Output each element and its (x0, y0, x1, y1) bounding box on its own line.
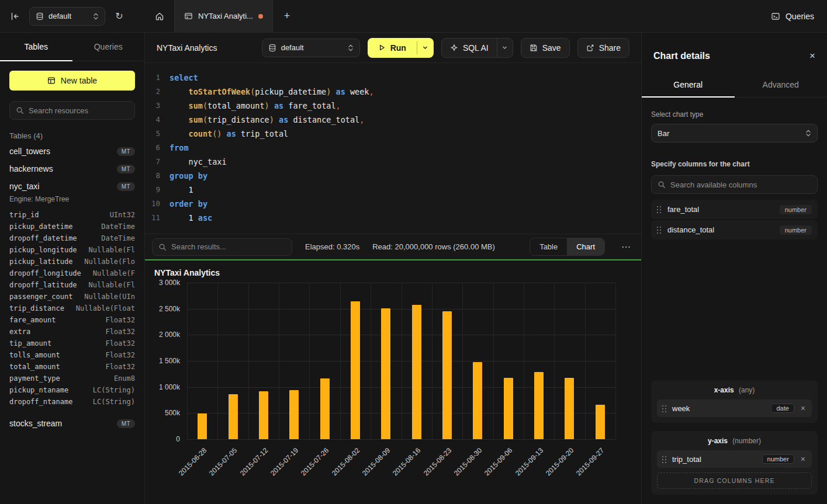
column-type: Nullable(Fl (89, 246, 135, 254)
collapse-sidebar-button[interactable] (7, 8, 23, 25)
table-item-cell-towers[interactable]: cell_towers MT (0, 142, 144, 160)
column-name: fare_amount (9, 316, 56, 324)
code-line[interactable]: 6from (145, 141, 641, 155)
y-axis-chip-trip-total[interactable]: trip_total number × (657, 450, 812, 468)
queries-button[interactable]: Queries (771, 12, 814, 21)
close-panel-button[interactable]: × (809, 50, 815, 62)
column-name: pickup_latitude (9, 258, 72, 266)
line-number: 8 (145, 169, 169, 183)
schema-column[interactable]: trip_distanceNullable(Float (0, 303, 144, 314)
chart-bar[interactable] (229, 394, 238, 439)
available-column-distance_total[interactable]: distance_totalnumber (651, 220, 818, 239)
drag-handle-icon[interactable] (662, 405, 667, 412)
database-selector[interactable]: default (29, 7, 105, 26)
chip-type-badge: date (771, 404, 794, 413)
chart-bar[interactable] (381, 308, 390, 439)
code-line[interactable]: 9 1 (145, 183, 641, 197)
view-toggle-table[interactable]: Table (530, 238, 567, 255)
schema-column[interactable]: pickup_datetimeDateTime (0, 221, 144, 232)
schema-column[interactable]: payment_typeEnum8 (0, 373, 144, 384)
table-item-hackernews[interactable]: hackernews MT (0, 160, 144, 178)
chart-bar[interactable] (504, 378, 513, 439)
schema-column[interactable]: pickup_longitudeNullable(Fl (0, 244, 144, 256)
schema-column[interactable]: tip_amountFloat32 (0, 338, 144, 349)
chart-type-select[interactable]: Bar (651, 124, 818, 142)
available-column-fare_total[interactable]: fare_totalnumber (651, 200, 818, 219)
code-line[interactable]: 4 sum(trip_distance) as distance_total, (145, 113, 641, 127)
chart-bar[interactable] (198, 413, 207, 439)
chart-bar[interactable] (596, 405, 605, 439)
schema-column[interactable]: fare_amountFloat32 (0, 314, 144, 326)
drag-handle-icon[interactable] (657, 226, 662, 234)
schema-column[interactable]: total_amountFloat32 (0, 361, 144, 373)
drag-handle-icon[interactable] (657, 206, 662, 213)
schema-column[interactable]: passenger_countNullable(UIn (0, 291, 144, 303)
panel-tab-general[interactable]: General (642, 72, 735, 97)
x-axis-chip-week[interactable]: week date × (657, 399, 812, 417)
schema-column[interactable]: trip_idUInt32 (0, 209, 144, 221)
search-results-input[interactable] (171, 242, 286, 251)
code-line[interactable]: 10order by (145, 197, 641, 211)
schema-column[interactable]: dropoff_ntanameLC(String) (0, 396, 144, 408)
chart-bar[interactable] (320, 378, 330, 439)
sql-ai-button[interactable]: SQL AI (442, 39, 497, 57)
code-line[interactable]: 7 nyc_taxi (145, 155, 641, 169)
y-axis-tick-label: 3 000k (159, 279, 180, 287)
drop-zone[interactable]: DRAG COLUMNS HERE (657, 472, 812, 489)
sidebar-tab-tables[interactable]: Tables (0, 33, 72, 61)
more-options-button[interactable]: ⋯ (618, 241, 634, 252)
chart-bar[interactable] (351, 301, 360, 439)
chart-bar[interactable] (259, 391, 268, 439)
remove-column-button[interactable]: × (800, 454, 807, 464)
resource-search (9, 101, 135, 120)
chart-bar[interactable] (442, 311, 452, 439)
search-icon (658, 180, 666, 189)
table-item-stocks-stream[interactable]: stocks_stream MT (0, 415, 144, 432)
drag-handle-icon[interactable] (662, 456, 667, 463)
chart-bar[interactable] (534, 372, 544, 439)
refresh-button[interactable]: ↻ (111, 8, 127, 25)
chart-bar[interactable] (473, 362, 482, 439)
run-button[interactable]: Run (368, 38, 417, 58)
sql-ai-options-button[interactable] (497, 39, 513, 57)
tab-nytaxi-analytics[interactable]: NYTaxi Analyti... (174, 0, 273, 32)
x-axis-tick-label: 2015-08-23 (422, 446, 453, 477)
chart-bar[interactable] (565, 378, 574, 439)
chip-type-badge: number (762, 454, 794, 464)
table-item-nyc-taxi[interactable]: nyc_taxi MT (0, 178, 144, 195)
code-line[interactable]: 1select (145, 71, 641, 85)
schema-column[interactable]: tolls_amountFloat32 (0, 349, 144, 361)
run-options-button[interactable] (417, 38, 434, 58)
schema-column[interactable]: dropoff_latitudeNullable(Fl (0, 279, 144, 291)
table-schema-list: trip_idUInt32pickup_datetimeDateTimedrop… (0, 208, 144, 410)
new-table-button[interactable]: New table (9, 71, 135, 91)
schema-column[interactable]: pickup_latitudeNullable(Flo (0, 256, 144, 267)
code-line[interactable]: 8group by (145, 169, 641, 183)
sidebar-tab-queries[interactable]: Queries (72, 33, 145, 61)
code-line[interactable]: 3 sum(total_amount) as fare_total, (145, 99, 641, 113)
code-line[interactable]: 5 count() as trip_total (145, 127, 641, 141)
sql-editor[interactable]: 1select2 toStartOfWeek(pickup_datetime) … (145, 63, 641, 234)
schema-column[interactable]: extraFloat32 (0, 326, 144, 338)
schema-column[interactable]: pickup_ntanameLC(String) (0, 384, 144, 396)
new-tab-button[interactable]: + (273, 0, 301, 32)
search-columns-input[interactable] (670, 180, 811, 189)
schema-column[interactable]: dropoff_longitudeNullable(F (0, 267, 144, 279)
x-axis-tick-label: 2015-09-06 (483, 446, 514, 477)
query-database-selector[interactable]: default (262, 39, 360, 57)
chart-bar[interactable] (289, 390, 299, 439)
remove-column-button[interactable]: × (800, 404, 807, 413)
chart-bar[interactable] (412, 305, 421, 439)
search-resources-input[interactable] (29, 106, 129, 115)
panel-tab-advanced[interactable]: Advanced (735, 72, 827, 97)
share-button[interactable]: Share (577, 38, 629, 58)
save-button[interactable]: Save (521, 38, 570, 58)
tab-home[interactable] (145, 0, 174, 32)
code-text: group by (169, 169, 207, 183)
view-toggle-chart[interactable]: Chart (567, 238, 604, 255)
code-line[interactable]: 11 1 asc (145, 211, 641, 225)
code-line[interactable]: 2 toStartOfWeek(pickup_datetime) as week… (145, 85, 641, 99)
tab-strip: NYTaxi Analyti... + (145, 0, 758, 32)
schema-column[interactable]: dropoff_datetimeDateTime (0, 232, 144, 244)
gridline (432, 283, 432, 439)
